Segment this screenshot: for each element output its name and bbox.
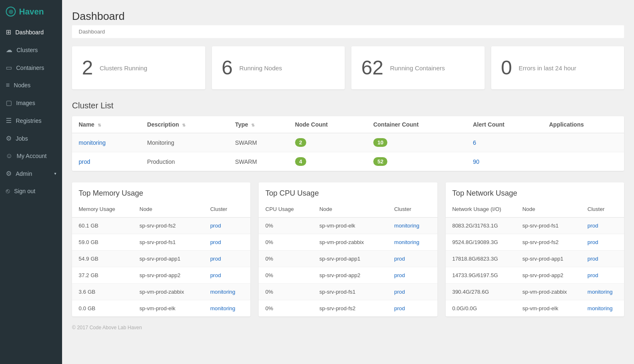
app-logo[interactable]: ◎ Haven — [0, 0, 62, 23]
containers-icon: ▭ — [6, 64, 12, 72]
net-col-node: Node — [516, 201, 581, 218]
top-memory-card: Top Memory Usage Memory Usage Node Clust… — [72, 182, 250, 316]
sidebar-item-label: Jobs — [16, 135, 28, 142]
table-row: 37.2 GB sp-srv-prod-app2 prod — [72, 267, 250, 284]
top-cpu-card: Top CPU Usage CPU Usage Node Cluster 0% … — [259, 182, 437, 316]
cluster-desc-cell: Monitoring — [141, 133, 228, 152]
net-cluster[interactable]: prod — [581, 218, 624, 234]
table-row: 3.6 GB sp-vm-prod-zabbix monitoring — [72, 284, 250, 300]
sidebar-item-label: My Account — [17, 153, 46, 159]
mem-node: sp-srv-prod-app1 — [133, 251, 204, 267]
sidebar-item-dashboard[interactable]: ⊞ Dashboard — [0, 23, 62, 41]
cluster-alert-count-cell[interactable]: 6 — [466, 133, 543, 152]
mem-cluster[interactable]: monitoring — [204, 300, 250, 317]
col-description[interactable]: Description ⇅ — [141, 116, 228, 133]
sidebar-item-label: Registries — [16, 117, 41, 124]
sidebar-item-sign-out[interactable]: ⎋ Sign out — [0, 182, 62, 200]
cluster-name-cell[interactable]: prod — [72, 152, 141, 171]
cluster-name-cell[interactable]: monitoring — [72, 133, 141, 152]
mem-cluster[interactable]: monitoring — [204, 284, 250, 300]
cluster-applications-cell — [543, 152, 624, 171]
cluster-node-count-cell: 2 — [288, 133, 367, 152]
net-cluster[interactable]: monitoring — [581, 284, 624, 300]
sidebar-item-my-account[interactable]: ☺ My Account — [0, 147, 62, 165]
mem-value: 3.6 GB — [72, 284, 133, 300]
cluster-type-cell: SWARM — [228, 152, 288, 171]
cpu-value: 0% — [259, 267, 312, 284]
cpu-cluster[interactable]: monitoring — [388, 234, 437, 251]
cpu-cluster[interactable]: monitoring — [388, 218, 437, 234]
net-cluster[interactable]: monitoring — [581, 300, 624, 317]
mem-node: sp-vm-prod-elk — [133, 300, 204, 317]
cluster-alert-count-cell[interactable]: 90 — [466, 152, 543, 171]
cpu-node: sp-vm-prod-elk — [313, 218, 388, 234]
col-type[interactable]: Type ⇅ — [228, 116, 288, 133]
sidebar-item-registries[interactable]: ☰ Registries — [0, 112, 62, 129]
net-node: sp-vm-prod-zabbix — [516, 284, 581, 300]
cpu-cluster[interactable]: prod — [388, 284, 437, 300]
cpu-cluster[interactable]: prod — [388, 300, 437, 317]
app-name: Haven — [19, 7, 44, 17]
stat-card: 62 Running Containers — [351, 46, 485, 89]
nodes-icon: ≡ — [6, 81, 10, 89]
footer: © 2017 Code Above Lab Haven — [72, 325, 624, 330]
sidebar-item-jobs[interactable]: ⚙ Jobs — [0, 129, 62, 147]
net-node: sp-srv-prod-app1 — [516, 251, 581, 267]
net-cluster[interactable]: prod — [581, 234, 624, 251]
cpu-cluster[interactable]: prod — [388, 251, 437, 267]
sidebar-item-clusters[interactable]: ☁ Clusters — [0, 41, 62, 59]
cluster-desc-cell: Production — [141, 152, 228, 171]
cpu-value: 0% — [259, 234, 312, 251]
cluster-type-cell: SWARM — [228, 133, 288, 152]
stat-label: Errors in last 24 hour — [519, 65, 576, 72]
stat-number: 2 — [82, 58, 93, 78]
sidebar-item-label: Containers — [16, 65, 44, 71]
main-content: Dashboard Dashboard 2 Clusters Running 6… — [62, 0, 634, 364]
sidebar-item-nodes[interactable]: ≡ Nodes — [0, 77, 62, 94]
chevron-down-icon: ▾ — [54, 171, 56, 176]
top-network-table: Network Usage (I/O) Node Cluster 8083.2G… — [446, 201, 624, 316]
table-row: 0% sp-srv-prod-fs1 prod — [259, 284, 437, 300]
table-row: 0% sp-vm-prod-elk monitoring — [259, 218, 437, 234]
net-cluster[interactable]: prod — [581, 251, 624, 267]
cpu-node: sp-vm-prod-zabbix — [313, 234, 388, 251]
mem-cluster[interactable]: prod — [204, 218, 250, 234]
net-value: 390.4G/278.6G — [446, 284, 516, 300]
mem-value: 59.0 GB — [72, 234, 133, 251]
stat-label: Running Nodes — [239, 65, 282, 72]
registries-icon: ☰ — [6, 117, 12, 125]
net-node: sp-srv-prod-fs2 — [516, 234, 581, 251]
mem-node: sp-vm-prod-zabbix — [133, 284, 204, 300]
table-row: monitoring Monitoring SWARM 2 10 6 — [72, 133, 624, 152]
net-cluster[interactable]: prod — [581, 267, 624, 284]
top-network-title: Top Network Usage — [446, 182, 624, 201]
table-row: 0.0G/0.0G sp-vm-prod-elk monitoring — [446, 300, 624, 317]
net-value: 0.0G/0.0G — [446, 300, 516, 317]
cpu-cluster[interactable]: prod — [388, 267, 437, 284]
table-row: prod Production SWARM 4 52 90 — [72, 152, 624, 171]
col-name[interactable]: Name ⇅ — [72, 116, 141, 133]
net-value: 9524.8G/19089.3G — [446, 234, 516, 251]
sidebar-item-label: Sign out — [14, 188, 35, 194]
sidebar-item-label: Clusters — [17, 47, 38, 53]
sidebar-item-admin[interactable]: ⚙ Admin ▾ — [0, 165, 62, 182]
mem-cluster[interactable]: prod — [204, 234, 250, 251]
net-col-network: Network Usage (I/O) — [446, 201, 516, 218]
stat-card: 2 Clusters Running — [72, 46, 205, 89]
stat-label: Clusters Running — [100, 65, 147, 72]
col-container-count: Container Count — [367, 116, 466, 133]
cpu-node: sp-srv-prod-app2 — [313, 267, 388, 284]
mem-cluster[interactable]: prod — [204, 267, 250, 284]
logo-icon: ◎ — [6, 7, 16, 17]
sidebar-item-images[interactable]: ▢ Images — [0, 94, 62, 112]
sidebar-item-containers[interactable]: ▭ Containers — [0, 59, 62, 77]
dashboard-icon: ⊞ — [6, 28, 11, 36]
cpu-value: 0% — [259, 251, 312, 267]
mem-cluster[interactable]: prod — [204, 251, 250, 267]
table-row: 0.0 GB sp-vm-prod-elk monitoring — [72, 300, 250, 317]
sign-out-icon: ⎋ — [6, 187, 10, 195]
cpu-value: 0% — [259, 218, 312, 234]
cluster-list-table-card: Name ⇅ Description ⇅ Type ⇅ Node Count C… — [72, 116, 624, 171]
table-row: 54.9 GB sp-srv-prod-app1 prod — [72, 251, 250, 267]
cpu-col-node: Node — [313, 201, 388, 218]
